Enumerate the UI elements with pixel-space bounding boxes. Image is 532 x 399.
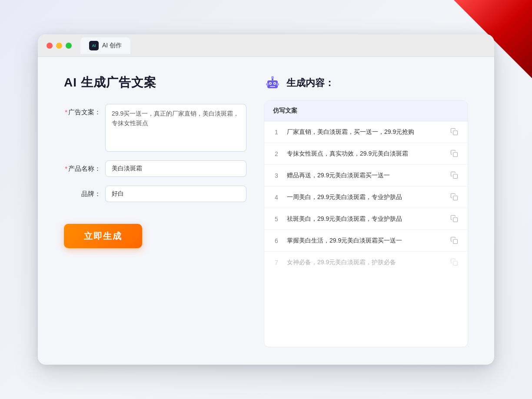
row-number: 3 bbox=[273, 172, 280, 179]
maximize-button[interactable] bbox=[66, 43, 72, 49]
svg-point-9 bbox=[276, 83, 279, 86]
copy-icon[interactable] bbox=[450, 171, 459, 180]
brand-row: 品牌： bbox=[64, 186, 246, 202]
table-row: 1 厂家直销，美白淡斑霜，买一送一，29.9元抢购 bbox=[264, 121, 468, 143]
row-text: 祛斑美白，29.9元美白淡斑霜，专业护肤品 bbox=[287, 214, 443, 223]
title-bar: AI AI 创作 bbox=[38, 34, 494, 57]
main-content: AI 生成广告文案 *广告文案： *产品名称： bbox=[38, 57, 494, 365]
svg-rect-16 bbox=[453, 261, 458, 265]
svg-rect-10 bbox=[453, 130, 458, 135]
traffic-lights bbox=[47, 43, 72, 49]
svg-rect-14 bbox=[453, 217, 458, 222]
svg-point-2 bbox=[271, 76, 274, 79]
copy-icon[interactable] bbox=[450, 258, 459, 267]
table-header: 仿写文案 bbox=[264, 101, 468, 121]
row-number: 6 bbox=[273, 237, 280, 244]
copy-icon[interactable] bbox=[450, 236, 459, 245]
table-row: 3 赠品再送，29.9元美白淡斑霜买一送一 bbox=[264, 165, 468, 186]
svg-rect-7 bbox=[270, 86, 275, 87]
copy-icon[interactable] bbox=[450, 215, 459, 223]
row-number: 2 bbox=[273, 150, 280, 157]
ad-copy-label: *广告文案： bbox=[64, 104, 101, 116]
product-name-row: *产品名称： bbox=[64, 160, 246, 177]
brand-label: 品牌： bbox=[64, 186, 101, 198]
generate-button[interactable]: 立即生成 bbox=[64, 224, 142, 248]
row-text: 厂家直销，美白淡斑霜，买一送一，29.9元抢购 bbox=[287, 127, 443, 136]
row-number: 4 bbox=[273, 194, 280, 201]
ad-copy-input[interactable] bbox=[105, 104, 246, 152]
brand-input[interactable] bbox=[105, 186, 246, 202]
table-row: 4 一周美白，29.9元美白淡斑霜，专业护肤品 bbox=[264, 186, 468, 208]
left-panel: AI 生成广告文案 *广告文案： *产品名称： bbox=[64, 74, 246, 347]
page-title: AI 生成广告文案 bbox=[64, 74, 246, 91]
row-number: 5 bbox=[273, 216, 280, 223]
result-title: 生成内容： bbox=[286, 76, 334, 90]
copy-icon[interactable] bbox=[450, 150, 459, 158]
table-row: 5 祛斑美白，29.9元美白淡斑霜，专业护肤品 bbox=[264, 208, 468, 230]
row-text: 专抹女性斑点，真实功效，29.9元美白淡斑霜 bbox=[287, 149, 443, 158]
svg-rect-11 bbox=[453, 152, 458, 156]
minimize-button[interactable] bbox=[56, 43, 62, 49]
product-name-required: * bbox=[65, 165, 67, 172]
close-button[interactable] bbox=[47, 43, 53, 49]
row-number: 7 bbox=[273, 259, 280, 266]
ad-copy-required: * bbox=[65, 108, 67, 116]
robot-icon bbox=[264, 74, 281, 92]
ai-tab[interactable]: AI AI 创作 bbox=[80, 37, 130, 54]
product-name-label: *产品名称： bbox=[64, 160, 101, 173]
row-text: 一周美白，29.9元美白淡斑霜，专业护肤品 bbox=[287, 193, 443, 202]
svg-point-6 bbox=[274, 83, 276, 84]
row-text: 女神必备，29.9元美白淡斑霜，护肤必备 bbox=[287, 258, 443, 267]
row-text: 掌握美白生活，29.9元美白淡斑霜买一送一 bbox=[287, 236, 443, 245]
row-text: 赠品再送，29.9元美白淡斑霜买一送一 bbox=[287, 171, 443, 180]
svg-rect-13 bbox=[453, 196, 458, 200]
table-row: 7 女神必备，29.9元美白淡斑霜，护肤必备 bbox=[264, 252, 468, 273]
browser-window: AI AI 创作 AI 生成广告文案 *广告文案： *产品名称： bbox=[38, 34, 494, 365]
results-body: 1 厂家直销，美白淡斑霜，买一送一，29.9元抢购 2 专抹女性斑点，真实功效，… bbox=[264, 121, 468, 273]
svg-point-5 bbox=[270, 83, 271, 84]
row-number: 1 bbox=[273, 129, 280, 136]
result-header: 生成内容： bbox=[264, 74, 468, 92]
svg-rect-15 bbox=[453, 239, 458, 243]
ai-tab-label: AI 创作 bbox=[102, 42, 122, 50]
copy-icon[interactable] bbox=[450, 193, 459, 202]
right-panel: 生成内容： 仿写文案 1 厂家直销，美白淡斑霜，买一送一，29.9元抢购 2 专… bbox=[264, 74, 468, 347]
copy-icon[interactable] bbox=[450, 128, 459, 136]
svg-rect-0 bbox=[267, 80, 278, 88]
table-row: 2 专抹女性斑点，真实功效，29.9元美白淡斑霜 bbox=[264, 143, 468, 165]
ai-tab-icon: AI bbox=[89, 41, 99, 50]
table-row: 6 掌握美白生活，29.9元美白淡斑霜买一送一 bbox=[264, 230, 468, 252]
results-table: 仿写文案 1 厂家直销，美白淡斑霜，买一送一，29.9元抢购 2 专抹女性斑点，… bbox=[264, 100, 468, 347]
ad-copy-row: *广告文案： bbox=[64, 104, 246, 152]
form-group: *广告文案： *产品名称： 品牌： bbox=[64, 104, 246, 202]
svg-rect-12 bbox=[453, 174, 458, 178]
svg-point-8 bbox=[266, 83, 269, 86]
product-name-input[interactable] bbox=[105, 160, 246, 177]
